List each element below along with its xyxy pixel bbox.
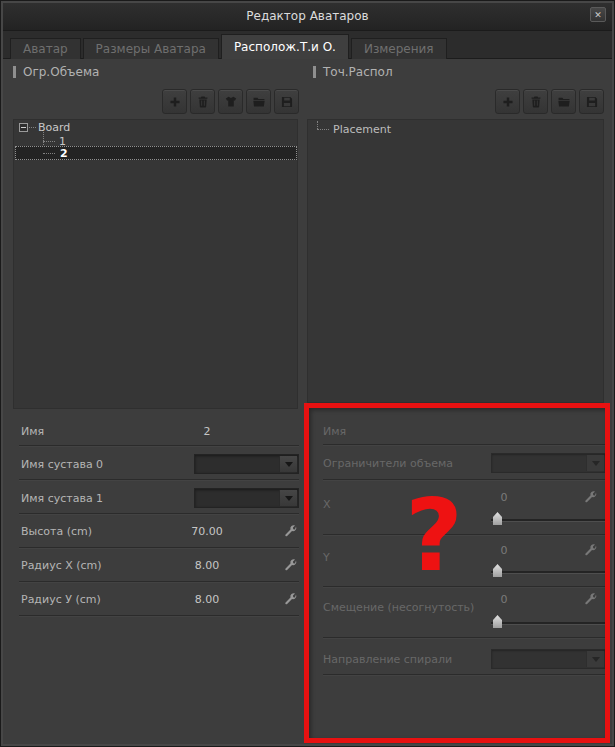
offset-value[interactable]: 0 xyxy=(489,593,519,606)
right-panel-header: Точ.Распол xyxy=(313,65,393,79)
tree-connector xyxy=(29,127,36,128)
separator xyxy=(323,637,606,638)
y-value[interactable]: 0 xyxy=(489,544,519,557)
field-label: Ограничители объема xyxy=(323,457,453,470)
open-button[interactable] xyxy=(246,89,271,114)
field-label: Смещение (несогнутость) xyxy=(323,601,474,614)
avatar-editor-window: Редактор Аватаров ✕ Аватар Размеры Авата… xyxy=(0,0,615,747)
right-toolbar xyxy=(495,89,604,114)
separator xyxy=(19,547,299,548)
left-toolbar xyxy=(162,89,299,114)
tree-connector xyxy=(43,141,55,142)
wrench-icon xyxy=(283,592,298,607)
tab-avatar[interactable]: Аватар xyxy=(10,38,81,59)
separator xyxy=(323,674,606,675)
save-icon xyxy=(585,95,599,109)
chevron-down-icon xyxy=(285,496,293,501)
name-value[interactable]: 2 xyxy=(184,425,230,438)
height-value[interactable]: 70.00 xyxy=(184,525,230,538)
add-icon xyxy=(501,95,515,109)
dropdown-arrow-button[interactable] xyxy=(586,455,604,471)
delete-button[interactable] xyxy=(190,89,215,114)
annotation-question-mark: ? xyxy=(384,488,484,583)
joint0-dropdown[interactable] xyxy=(194,454,299,474)
field-label: Радиус У (cm) xyxy=(21,593,101,606)
separator xyxy=(19,479,299,480)
left-panel-header: Огр.Объема xyxy=(13,65,99,79)
list-item-placement[interactable]: Placement xyxy=(333,123,391,136)
add-button[interactable] xyxy=(162,89,187,114)
wrench-icon xyxy=(283,524,298,539)
field-label: Направление спирали xyxy=(323,653,452,666)
x-value[interactable]: 0 xyxy=(489,491,519,504)
header-accent-bar xyxy=(313,66,316,78)
garment-button[interactable] xyxy=(218,89,243,114)
x-slider[interactable] xyxy=(491,519,605,521)
open-button[interactable] xyxy=(551,89,576,114)
chevron-down-icon xyxy=(592,461,600,466)
trash-icon xyxy=(529,95,543,109)
y-slider-handle[interactable] xyxy=(493,564,502,577)
field-label: Имя xyxy=(323,425,346,438)
field-label: Y xyxy=(323,551,330,564)
chevron-down-icon xyxy=(285,462,293,467)
offset-slider[interactable] xyxy=(491,622,605,624)
placement-list[interactable]: Placement xyxy=(307,119,604,403)
volume-tree[interactable]: Board 1 2 xyxy=(13,119,298,409)
offset-slider-handle[interactable] xyxy=(493,615,502,628)
dropdown-arrow-button[interactable] xyxy=(279,456,297,472)
collapse-icon[interactable] xyxy=(19,123,28,132)
separator xyxy=(323,479,606,480)
tree-connector xyxy=(43,153,55,154)
right-panel-title: Точ.Распол xyxy=(323,65,393,79)
separator xyxy=(323,444,606,445)
add-icon xyxy=(168,95,182,109)
joint1-dropdown[interactable] xyxy=(194,488,299,508)
garment-icon xyxy=(224,95,238,109)
add-button[interactable] xyxy=(495,89,520,114)
save-icon xyxy=(280,95,294,109)
dropdown-arrow-button[interactable] xyxy=(586,651,604,667)
tab-measurements[interactable]: Измерения xyxy=(351,38,447,59)
tree-connector xyxy=(317,121,318,129)
wrench-icon xyxy=(583,592,598,607)
y-slider[interactable] xyxy=(491,571,605,573)
left-panel-title: Огр.Объема xyxy=(23,65,99,79)
spiral-direction-dropdown[interactable] xyxy=(491,649,606,669)
wrench-button[interactable] xyxy=(583,592,598,607)
tree-item-2[interactable]: 2 xyxy=(60,147,68,160)
save-button[interactable] xyxy=(579,89,604,114)
separator xyxy=(19,513,299,514)
open-folder-icon xyxy=(252,95,266,109)
radius-x-value[interactable]: 8.00 xyxy=(184,559,230,572)
header-accent-bar xyxy=(13,66,16,78)
tab-avatar-sizes[interactable]: Размеры Аватара xyxy=(83,38,219,59)
tab-bar: Аватар Размеры Аватара Располож.Т.и О. И… xyxy=(3,31,612,59)
wrench-button[interactable] xyxy=(283,592,298,607)
wrench-icon xyxy=(283,558,298,573)
open-folder-icon xyxy=(557,95,571,109)
separator xyxy=(323,586,606,587)
separator xyxy=(19,581,299,582)
save-button[interactable] xyxy=(274,89,299,114)
field-label: Имя xyxy=(21,425,44,438)
field-label: X xyxy=(323,498,331,511)
chevron-down-icon xyxy=(592,657,600,662)
separator xyxy=(323,534,606,535)
volume-limits-dropdown[interactable] xyxy=(491,453,606,473)
delete-button[interactable] xyxy=(523,89,548,114)
tree-item-selected[interactable]: 2 xyxy=(15,146,297,160)
title-bar[interactable]: Редактор Аватаров ✕ xyxy=(3,3,612,31)
close-button[interactable]: ✕ xyxy=(590,7,606,22)
wrench-icon xyxy=(583,490,598,505)
field-label: Имя сустава 0 xyxy=(21,458,103,471)
x-slider-handle[interactable] xyxy=(493,512,502,525)
wrench-button[interactable] xyxy=(283,558,298,573)
radius-y-value[interactable]: 8.00 xyxy=(184,593,230,606)
tab-placement-points[interactable]: Располож.Т.и О. xyxy=(221,34,349,59)
window-title: Редактор Аватаров xyxy=(3,9,612,23)
wrench-button[interactable] xyxy=(583,490,598,505)
wrench-button[interactable] xyxy=(583,543,598,558)
dropdown-arrow-button[interactable] xyxy=(279,490,297,506)
wrench-button[interactable] xyxy=(283,524,298,539)
